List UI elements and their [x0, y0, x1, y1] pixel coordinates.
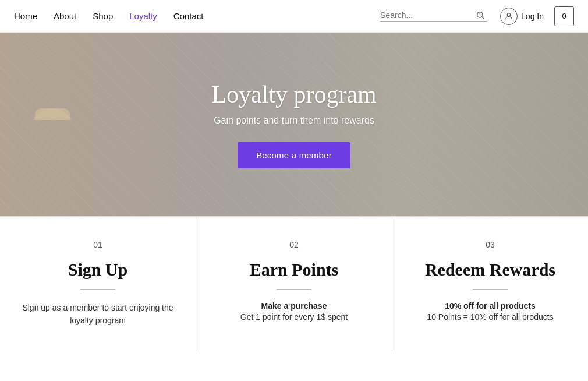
hero-section: 50% off 50% off Big Sale Loyalty program… — [0, 33, 588, 216]
feature-col-3: 03 Redeem Rewards 10% off for all produc… — [392, 217, 588, 351]
feature-col-2: 02 Earn Points Make a purchase Get 1 poi… — [196, 217, 392, 351]
search-wrapper — [380, 10, 487, 22]
svg-line-1 — [482, 17, 484, 19]
nav-links: HomeAboutShopLoyaltyContact — [14, 11, 380, 21]
feature-divider-1 — [80, 289, 115, 290]
navbar: HomeAboutShopLoyaltyContact Log In 0 — [0, 0, 588, 33]
feature-divider-3 — [473, 289, 508, 290]
login-area[interactable]: Log In — [500, 8, 544, 25]
feature-col-1: 01 Sign Up Sign up as a member to start … — [0, 217, 196, 351]
nav-right: Log In 0 — [380, 6, 574, 26]
nav-link-contact[interactable]: Contact — [173, 11, 204, 21]
search-button[interactable] — [473, 10, 487, 20]
feature-desc-2: Get 1 point for every 1$ spent — [214, 311, 374, 323]
feature-divider-2 — [277, 289, 311, 290]
svg-point-0 — [477, 12, 483, 17]
login-label: Log In — [521, 12, 544, 21]
avatar — [500, 8, 518, 25]
cart-count: 0 — [562, 12, 566, 20]
feature-desc-3: 10 Points = 10% off for all products — [410, 311, 571, 323]
search-input[interactable] — [380, 10, 473, 20]
person-icon — [504, 12, 513, 21]
nav-link-loyalty[interactable]: Loyalty — [129, 11, 157, 21]
feature-title-1: Sign Up — [17, 260, 178, 280]
feature-desc-bold-3: 10% off for all products — [410, 301, 571, 311]
feature-title-2: Earn Points — [214, 260, 374, 280]
features-section: 01 Sign Up Sign up as a member to start … — [0, 216, 588, 351]
nav-link-home[interactable]: Home — [14, 11, 37, 21]
become-member-button[interactable]: Become a member — [238, 142, 350, 168]
nav-link-shop[interactable]: Shop — [93, 11, 113, 21]
search-icon — [476, 10, 485, 20]
hero-content: Loyalty program Gain points and turn the… — [211, 80, 376, 168]
nav-link-about[interactable]: About — [54, 11, 76, 21]
feature-desc-1: Sign up as a member to start enjoying th… — [17, 301, 178, 327]
feature-num-1: 01 — [17, 240, 178, 249]
feature-desc-bold-2: Make a purchase — [214, 301, 374, 311]
feature-num-3: 03 — [410, 240, 571, 249]
hero-title: Loyalty program — [211, 80, 376, 108]
svg-point-2 — [507, 13, 510, 16]
feature-num-2: 02 — [214, 240, 374, 249]
hero-subtitle: Gain points and turn them into rewards — [211, 115, 376, 126]
cart-button[interactable]: 0 — [554, 6, 574, 26]
feature-title-3: Redeem Rewards — [410, 260, 571, 280]
